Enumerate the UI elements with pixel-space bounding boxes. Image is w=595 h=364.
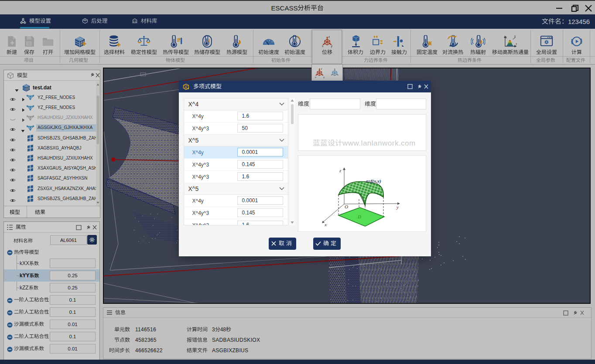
svg-text:D: D: [357, 214, 361, 219]
svg-text:O: O: [345, 204, 348, 209]
svg-text:y: y: [396, 204, 399, 210]
svg-text:x: x: [324, 222, 327, 227]
svg-text:z=f(x,y): z=f(x,y): [366, 178, 381, 184]
svg-text:z: z: [339, 168, 342, 173]
